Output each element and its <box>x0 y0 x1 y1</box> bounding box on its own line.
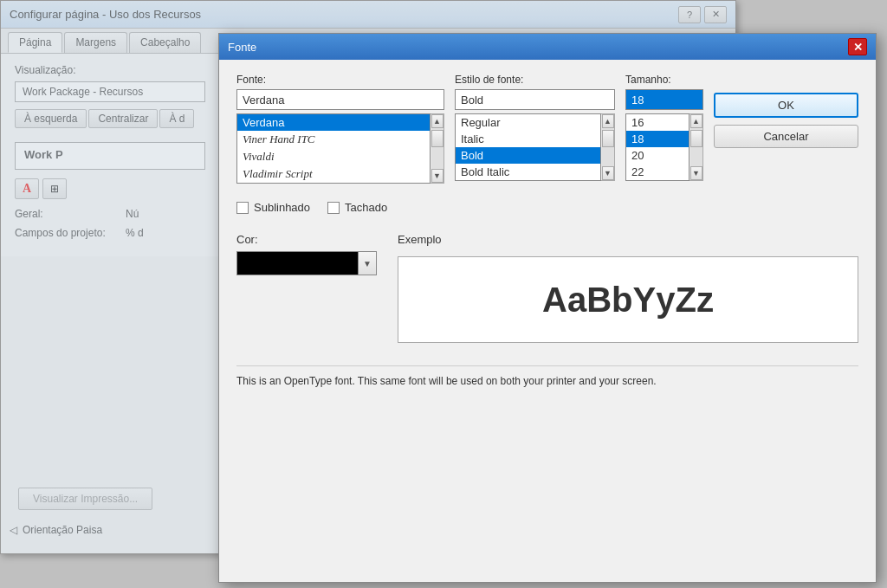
sublinhado-checkbox-item: Sublinhado <box>236 201 310 214</box>
estilo-scroll-track <box>602 128 614 166</box>
sublinhado-label: Sublinhado <box>254 201 310 214</box>
fonte-titlebar: Fonte ✕ <box>219 34 876 60</box>
tamanho-18[interactable]: 18 <box>626 131 689 147</box>
scrollbar-thumb[interactable] <box>431 130 444 147</box>
estilo-list: Regular Italic Bold Bold Italic <box>455 113 601 181</box>
tamanho-input[interactable] <box>625 89 703 110</box>
estilo-list-wrapper: Regular Italic Bold Bold Italic ▲ ▼ <box>455 113 615 181</box>
tamanho-22[interactable]: 22 <box>626 164 689 180</box>
ok-button[interactable]: OK <box>714 93 858 118</box>
scrollbar-down-arrow[interactable]: ▼ <box>431 169 444 183</box>
cancel-button[interactable]: Cancelar <box>714 125 858 148</box>
tamanho-scroll-up[interactable]: ▲ <box>690 114 702 128</box>
tamanho-scroll-thumb[interactable] <box>690 130 702 147</box>
fonte-dialog: Fonte ✕ Fonte: Verdana Viner Hand ITC Vi… <box>218 33 877 583</box>
fonte-list-item-vivaldi[interactable]: Vivaldi <box>237 148 430 165</box>
color-picker-row: ▼ <box>236 251 377 275</box>
exemplo-box: AaBbYyZz <box>398 256 858 343</box>
scrollbar-track <box>431 128 444 169</box>
fonte-top-section: Fonte: Verdana Viner Hand ITC Vivaldi Vl… <box>236 74 858 184</box>
tamanho-16[interactable]: 16 <box>626 114 689 131</box>
exemplo-text: AaBbYyZz <box>542 281 714 320</box>
tamanho-list-wrapper: 16 18 20 22 ▲ ▼ <box>625 113 703 181</box>
tamanho-scroll-down[interactable]: ▼ <box>690 166 702 180</box>
color-col: Cor: ▼ <box>236 233 377 343</box>
tachado-label: Tachado <box>345 201 387 214</box>
fonte-info-text: This is an OpenType font. This same font… <box>236 365 858 387</box>
estilo-label: Estilo de fonte: <box>455 74 615 86</box>
estilo-scroll-thumb[interactable] <box>602 130 614 147</box>
estilo-scroll-up[interactable]: ▲ <box>602 114 614 128</box>
estilo-col: Estilo de fonte: Regular Italic Bold Bol… <box>455 74 615 184</box>
color-swatch <box>236 251 358 275</box>
fonte-list-item-vladimir[interactable]: Vladimir Script <box>237 165 430 183</box>
fonte-body: Fonte: Verdana Viner Hand ITC Vivaldi Vl… <box>219 60 876 582</box>
exemplo-label: Exemplo <box>398 233 858 246</box>
color-example-row: Cor: ▼ Exemplo AaBbYyZz <box>236 233 858 343</box>
fonte-list-item-viner[interactable]: Viner Hand ITC <box>237 131 430 148</box>
estilo-scrollbar[interactable]: ▲ ▼ <box>601 113 615 181</box>
estilo-scroll-down[interactable]: ▼ <box>602 166 614 180</box>
fonte-scrollbar[interactable]: ▲ ▼ <box>431 113 444 184</box>
estilo-bold-italic[interactable]: Bold Italic <box>456 164 600 180</box>
tamanho-col: Tamanho: 16 18 20 22 ▲ ▼ <box>625 74 703 184</box>
tamanho-scrollbar[interactable]: ▲ ▼ <box>690 113 703 181</box>
tachado-checkbox-item: Tachado <box>327 201 387 214</box>
scrollbar-up-arrow[interactable]: ▲ <box>431 114 444 128</box>
fonte-label: Fonte: <box>236 74 444 86</box>
tamanho-scroll-track <box>690 128 702 166</box>
tamanho-20[interactable]: 20 <box>626 147 689 164</box>
fonte-close-button[interactable]: ✕ <box>848 38 867 55</box>
tamanho-label: Tamanho: <box>625 74 703 86</box>
fonte-input[interactable] <box>236 89 444 110</box>
fonte-list-item-verdana[interactable]: Verdana <box>237 114 430 131</box>
color-dropdown-button[interactable]: ▼ <box>358 251 377 275</box>
exemplo-col: Exemplo AaBbYyZz <box>398 233 858 343</box>
tamanho-list: 16 18 20 22 <box>625 113 690 181</box>
tachado-checkbox[interactable] <box>327 202 340 214</box>
buttons-col: OK Cancelar <box>714 74 858 184</box>
fonte-list-wrapper: Verdana Viner Hand ITC Vivaldi Vladimir … <box>236 113 444 184</box>
estilo-bold[interactable]: Bold <box>456 147 600 164</box>
checkboxes-section: Sublinhado Tachado <box>236 194 858 221</box>
cor-label: Cor: <box>236 233 377 246</box>
fonte-dialog-title: Fonte <box>228 41 256 54</box>
estilo-input[interactable] <box>455 89 615 110</box>
estilo-italic[interactable]: Italic <box>456 131 600 147</box>
fonte-list: Verdana Viner Hand ITC Vivaldi Vladimir … <box>236 113 431 184</box>
fonte-col: Fonte: Verdana Viner Hand ITC Vivaldi Vl… <box>236 74 444 184</box>
sublinhado-checkbox[interactable] <box>236 202 249 214</box>
estilo-regular[interactable]: Regular <box>456 114 600 131</box>
